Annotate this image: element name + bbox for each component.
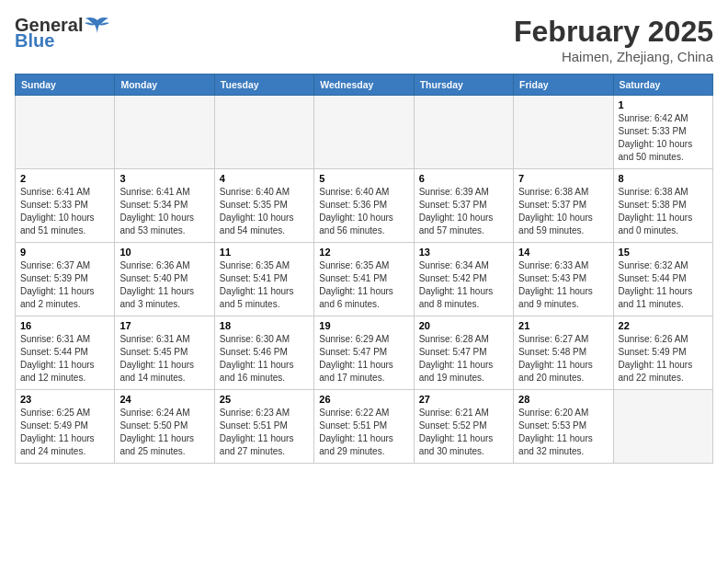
day-info: Sunrise: 6:35 AM Sunset: 5:41 PM Dayligh… bbox=[319, 259, 408, 311]
logo-blue-text: Blue bbox=[15, 30, 54, 52]
day-info: Sunrise: 6:20 AM Sunset: 5:53 PM Dayligh… bbox=[518, 407, 608, 458]
calendar-cell: 13Sunrise: 6:34 AM Sunset: 5:42 PM Dayli… bbox=[414, 243, 513, 316]
calendar-week-row: 9Sunrise: 6:37 AM Sunset: 5:39 PM Daylig… bbox=[16, 243, 713, 316]
calendar-cell: 27Sunrise: 6:21 AM Sunset: 5:52 PM Dayli… bbox=[414, 390, 513, 464]
day-number: 12 bbox=[319, 247, 408, 258]
day-info: Sunrise: 6:33 AM Sunset: 5:43 PM Dayligh… bbox=[518, 259, 608, 311]
col-header-tuesday: Tuesday bbox=[214, 75, 313, 96]
calendar-cell: 22Sunrise: 6:26 AM Sunset: 5:49 PM Dayli… bbox=[613, 316, 712, 390]
day-number: 17 bbox=[119, 320, 209, 331]
day-number: 21 bbox=[518, 320, 608, 331]
day-info: Sunrise: 6:38 AM Sunset: 5:37 PM Dayligh… bbox=[518, 186, 608, 237]
calendar-cell: 24Sunrise: 6:24 AM Sunset: 5:50 PM Dayli… bbox=[115, 390, 214, 464]
day-info: Sunrise: 6:39 AM Sunset: 5:37 PM Dayligh… bbox=[419, 186, 508, 237]
day-info: Sunrise: 6:21 AM Sunset: 5:52 PM Dayligh… bbox=[419, 407, 508, 458]
calendar-cell: 28Sunrise: 6:20 AM Sunset: 5:53 PM Dayli… bbox=[514, 390, 613, 464]
col-header-thursday: Thursday bbox=[414, 75, 513, 96]
day-info: Sunrise: 6:28 AM Sunset: 5:47 PM Dayligh… bbox=[419, 333, 508, 385]
day-number: 13 bbox=[419, 247, 508, 258]
calendar-cell: 26Sunrise: 6:22 AM Sunset: 5:51 PM Dayli… bbox=[314, 390, 414, 464]
calendar-cell bbox=[214, 96, 313, 169]
day-info: Sunrise: 6:41 AM Sunset: 5:34 PM Dayligh… bbox=[119, 186, 209, 237]
calendar-table: SundayMondayTuesdayWednesdayThursdayFrid… bbox=[15, 74, 713, 464]
day-info: Sunrise: 6:31 AM Sunset: 5:44 PM Dayligh… bbox=[20, 333, 109, 385]
col-header-wednesday: Wednesday bbox=[314, 75, 414, 96]
calendar-cell: 7Sunrise: 6:38 AM Sunset: 5:37 PM Daylig… bbox=[514, 169, 613, 243]
calendar-cell: 2Sunrise: 6:41 AM Sunset: 5:33 PM Daylig… bbox=[16, 169, 115, 243]
day-number: 10 bbox=[119, 247, 209, 258]
calendar-cell: 8Sunrise: 6:38 AM Sunset: 5:38 PM Daylig… bbox=[613, 169, 712, 243]
day-number: 14 bbox=[518, 247, 608, 258]
calendar-cell: 15Sunrise: 6:32 AM Sunset: 5:44 PM Dayli… bbox=[613, 243, 712, 316]
calendar-cell: 1Sunrise: 6:42 AM Sunset: 5:33 PM Daylig… bbox=[613, 96, 712, 169]
calendar-cell: 16Sunrise: 6:31 AM Sunset: 5:44 PM Dayli… bbox=[16, 316, 115, 390]
day-number: 22 bbox=[619, 320, 708, 331]
day-number: 25 bbox=[220, 394, 309, 405]
day-number: 19 bbox=[319, 320, 408, 331]
location: Haimen, Zhejiang, China bbox=[514, 49, 713, 64]
calendar-cell: 17Sunrise: 6:31 AM Sunset: 5:45 PM Dayli… bbox=[115, 316, 214, 390]
day-info: Sunrise: 6:30 AM Sunset: 5:46 PM Dayligh… bbox=[220, 333, 309, 385]
calendar-cell bbox=[314, 96, 414, 169]
day-info: Sunrise: 6:24 AM Sunset: 5:50 PM Dayligh… bbox=[119, 407, 209, 458]
day-info: Sunrise: 6:22 AM Sunset: 5:51 PM Dayligh… bbox=[319, 407, 408, 458]
col-header-friday: Friday bbox=[514, 75, 613, 96]
day-number: 2 bbox=[20, 173, 109, 184]
day-info: Sunrise: 6:34 AM Sunset: 5:42 PM Dayligh… bbox=[419, 259, 508, 311]
day-number: 6 bbox=[419, 173, 508, 184]
day-info: Sunrise: 6:29 AM Sunset: 5:47 PM Dayligh… bbox=[319, 333, 408, 385]
calendar-cell bbox=[514, 96, 613, 169]
day-info: Sunrise: 6:36 AM Sunset: 5:40 PM Dayligh… bbox=[119, 259, 209, 311]
calendar-cell bbox=[613, 390, 712, 464]
day-info: Sunrise: 6:35 AM Sunset: 5:41 PM Dayligh… bbox=[220, 259, 309, 311]
day-number: 7 bbox=[518, 173, 608, 184]
calendar-cell bbox=[16, 96, 115, 169]
day-number: 16 bbox=[20, 320, 109, 331]
month-title: February 2025 bbox=[514, 15, 713, 49]
calendar-cell bbox=[115, 96, 214, 169]
calendar-header-row: SundayMondayTuesdayWednesdayThursdayFrid… bbox=[16, 75, 713, 96]
day-info: Sunrise: 6:40 AM Sunset: 5:35 PM Dayligh… bbox=[220, 186, 309, 237]
calendar-cell: 11Sunrise: 6:35 AM Sunset: 5:41 PM Dayli… bbox=[214, 243, 313, 316]
day-number: 11 bbox=[220, 247, 309, 258]
calendar-cell: 9Sunrise: 6:37 AM Sunset: 5:39 PM Daylig… bbox=[16, 243, 115, 316]
calendar-week-row: 16Sunrise: 6:31 AM Sunset: 5:44 PM Dayli… bbox=[16, 316, 713, 390]
day-number: 28 bbox=[518, 394, 608, 405]
calendar-cell: 6Sunrise: 6:39 AM Sunset: 5:37 PM Daylig… bbox=[414, 169, 513, 243]
day-number: 1 bbox=[619, 99, 708, 110]
day-number: 9 bbox=[20, 247, 109, 258]
day-info: Sunrise: 6:32 AM Sunset: 5:44 PM Dayligh… bbox=[619, 259, 708, 311]
calendar-cell bbox=[414, 96, 513, 169]
day-number: 26 bbox=[319, 394, 408, 405]
day-number: 4 bbox=[220, 173, 309, 184]
day-number: 27 bbox=[419, 394, 508, 405]
calendar-cell: 4Sunrise: 6:40 AM Sunset: 5:35 PM Daylig… bbox=[214, 169, 313, 243]
calendar-cell: 23Sunrise: 6:25 AM Sunset: 5:49 PM Dayli… bbox=[16, 390, 115, 464]
calendar-cell: 3Sunrise: 6:41 AM Sunset: 5:34 PM Daylig… bbox=[115, 169, 214, 243]
day-number: 23 bbox=[20, 394, 109, 405]
day-number: 20 bbox=[419, 320, 508, 331]
day-info: Sunrise: 6:38 AM Sunset: 5:38 PM Dayligh… bbox=[619, 186, 708, 237]
day-info: Sunrise: 6:40 AM Sunset: 5:36 PM Dayligh… bbox=[319, 186, 408, 237]
calendar-cell: 19Sunrise: 6:29 AM Sunset: 5:47 PM Dayli… bbox=[314, 316, 414, 390]
calendar-cell: 10Sunrise: 6:36 AM Sunset: 5:40 PM Dayli… bbox=[115, 243, 214, 316]
calendar-cell: 5Sunrise: 6:40 AM Sunset: 5:36 PM Daylig… bbox=[314, 169, 414, 243]
col-header-saturday: Saturday bbox=[613, 75, 712, 96]
day-info: Sunrise: 6:41 AM Sunset: 5:33 PM Dayligh… bbox=[20, 186, 109, 237]
day-info: Sunrise: 6:42 AM Sunset: 5:33 PM Dayligh… bbox=[619, 112, 708, 164]
day-number: 18 bbox=[220, 320, 309, 331]
logo: General Blue bbox=[15, 15, 110, 52]
calendar-cell: 12Sunrise: 6:35 AM Sunset: 5:41 PM Dayli… bbox=[314, 243, 414, 316]
calendar-week-row: 23Sunrise: 6:25 AM Sunset: 5:49 PM Dayli… bbox=[16, 390, 713, 464]
day-info: Sunrise: 6:37 AM Sunset: 5:39 PM Dayligh… bbox=[20, 259, 109, 311]
calendar-cell: 20Sunrise: 6:28 AM Sunset: 5:47 PM Dayli… bbox=[414, 316, 513, 390]
day-info: Sunrise: 6:26 AM Sunset: 5:49 PM Dayligh… bbox=[619, 333, 708, 385]
calendar-cell: 18Sunrise: 6:30 AM Sunset: 5:46 PM Dayli… bbox=[214, 316, 313, 390]
page-header: General Blue February 2025 Haimen, Zheji… bbox=[15, 15, 713, 64]
day-info: Sunrise: 6:27 AM Sunset: 5:48 PM Dayligh… bbox=[518, 333, 608, 385]
day-info: Sunrise: 6:25 AM Sunset: 5:49 PM Dayligh… bbox=[20, 407, 109, 458]
day-info: Sunrise: 6:31 AM Sunset: 5:45 PM Dayligh… bbox=[119, 333, 209, 385]
calendar-week-row: 2Sunrise: 6:41 AM Sunset: 5:33 PM Daylig… bbox=[16, 169, 713, 243]
calendar-cell: 21Sunrise: 6:27 AM Sunset: 5:48 PM Dayli… bbox=[514, 316, 613, 390]
day-number: 15 bbox=[619, 247, 708, 258]
